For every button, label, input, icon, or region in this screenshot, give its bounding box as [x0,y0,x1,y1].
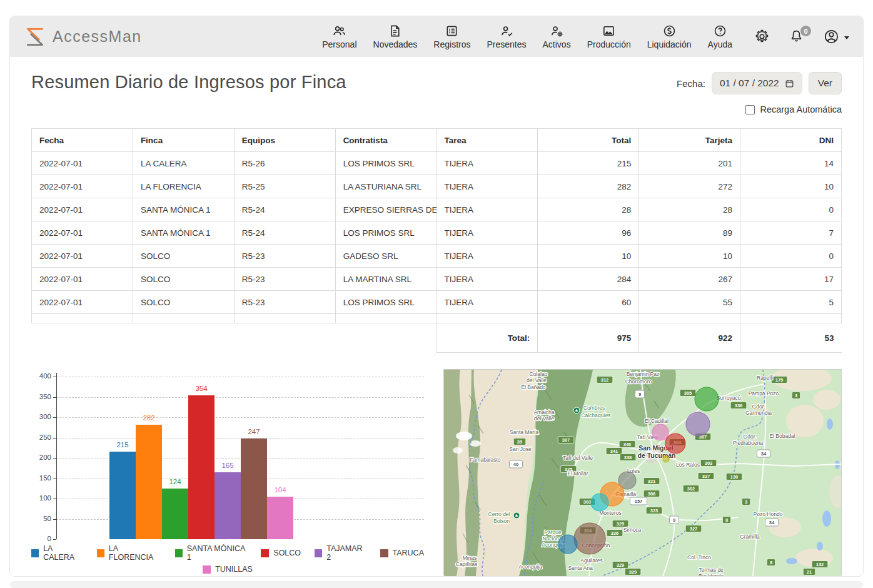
map-place-label: Colalao [530,371,548,377]
legend-item-taruca[interactable]: TARUCA [380,544,424,562]
bar-value-label: 104 [274,486,286,494]
y-axis-tick-label: 150 [31,474,51,482]
svg-text:329: 329 [629,569,637,575]
legend-item-la-calera[interactable]: LA CALERA [31,544,83,562]
horizontal-scrollbar[interactable] [10,581,863,588]
autoreload-label: Recarga Automática [760,104,842,114]
svg-text:8: 8 [725,517,728,523]
svg-text:3: 3 [745,499,747,505]
map-place-label: Río Hondo [699,573,724,576]
svg-text:9: 9 [673,517,675,523]
finca-map-bubble[interactable] [558,535,577,554]
map-place-label: El Mollar [567,470,588,477]
nav-item-registros[interactable]: Registros [425,21,478,52]
total-value: 53 [740,323,842,353]
bar-la-calera [109,452,136,539]
nav-item-liquidacion[interactable]: Liquidación [639,21,700,52]
dollar-circle-icon [662,24,677,38]
legend-item-tunillas[interactable]: TUNILLAS [203,565,253,574]
svg-text:306: 306 [648,491,656,497]
finca-map-bubble[interactable] [686,412,710,436]
hourglass-logo-icon [24,26,46,48]
svg-text:21: 21 [807,569,812,575]
list-icon [445,24,459,38]
nav-menu: Personal Novedades Registros [314,21,740,52]
map-place-label: Bolsón [493,518,510,524]
gear-icon [754,29,770,44]
table-row: 2022-07-01LA FLORENCIAR5-25LA ASTURIANA … [32,175,842,198]
finca-map-bubble[interactable] [591,494,608,511]
map-place-label: El Cadillal [645,418,669,424]
table-row: 2022-07-01SOLCOR5-23LA MARTINA SRLTIJERA… [32,268,842,291]
svg-text:323: 323 [650,508,659,514]
finca-map-bubble[interactable] [665,433,685,454]
y-axis-tick-label: 0 [31,535,51,542]
map-place-label: Los Ralos [676,462,700,468]
nav-item-personal[interactable]: Personal [314,21,365,52]
nav-item-novedades[interactable]: Novedades [365,21,426,52]
map-place-label: Aguilares [580,557,602,564]
brand-logo[interactable]: AccessMan [24,26,142,48]
nav-utilities: 0 [754,28,849,45]
account-menu-button[interactable] [823,28,849,45]
column-header: Total [538,129,639,152]
finca-map-bubble[interactable] [663,456,669,462]
y-axis-tick-label: 350 [31,393,51,400]
map-place-label: Termas de [699,567,724,573]
svg-text:326: 326 [611,530,619,536]
finca-map-bubble[interactable] [574,523,605,554]
bar-chart: 0501001502002503003504002152821243541652… [31,369,424,568]
notifications-button[interactable]: 0 [789,29,804,44]
nav-item-activos[interactable]: Activos [535,21,579,52]
svg-text:3: 3 [795,393,797,398]
legend-item-solco[interactable]: SOLCO [261,544,301,562]
nav-item-presentes[interactable]: Presentes [478,21,534,52]
map-place-label: Cerro del [488,511,510,517]
y-axis-tick-label: 100 [31,494,51,502]
bar-value-label: 354 [195,385,207,392]
map-place-label: Pozo Hondo [754,511,783,517]
bar-santa-mónica-1 [162,489,188,539]
autoreload-checkbox[interactable] [745,105,755,114]
people-icon [332,24,346,38]
map-place-label: del Valle [527,377,547,383]
map-place-label: San José [509,446,532,452]
bar-value-label: 124 [169,478,181,485]
map-place-label: Piedrabuena [733,440,763,446]
view-button[interactable]: Ver [809,72,842,94]
bar-value-label: 282 [143,414,154,422]
map[interactable]: 3123051753336307393403413383253033271303… [443,369,842,575]
legend-item-santa-mónica-1[interactable]: SANTA MÓNICA 1 [175,544,248,562]
chevron-down-icon [844,36,849,39]
bar-taruca [241,438,267,539]
table-row: 2022-07-01LA CALERAR5-26LOS PRIMOS SRLTI… [32,152,842,175]
y-axis-tick-label: 50 [31,515,51,522]
map-place-label: Aconquija [518,564,542,570]
bar-value-label: 215 [116,441,128,449]
finca-map-bubble[interactable] [652,424,669,440]
total-value: 922 [639,323,740,353]
gridline [56,417,424,418]
map-place-label: del Valle [534,415,554,422]
map-place-label: Gramilla [740,534,760,540]
map-place-label: El Bañado [521,384,545,390]
date-input[interactable]: 01 / 07 / 2022 [712,72,802,94]
nav-item-ayuda[interactable]: Ayuda [700,21,740,52]
bar-value-label: 247 [248,428,260,435]
svg-text:40: 40 [513,462,518,467]
y-axis-tick-label: 250 [31,433,51,441]
column-header: Tarea [436,129,538,152]
settings-button[interactable] [754,29,770,44]
column-header: Tarjeta [639,129,740,152]
svg-text:338: 338 [624,455,632,460]
svg-text:321: 321 [648,479,656,484]
finca-map-bubble[interactable] [695,387,719,411]
map-place-label: Parque [544,529,562,535]
nav-item-produccion[interactable]: Producción [579,21,639,52]
svg-text:329: 329 [617,562,625,568]
svg-text:341: 341 [610,449,618,454]
legend-swatch [315,549,322,557]
legend-item-tajamar-2[interactable]: TAJAMAR 2 [315,544,366,562]
column-header: Equipos [234,129,335,152]
legend-item-la-florencia[interactable]: LA FLORENCIA [97,544,161,562]
